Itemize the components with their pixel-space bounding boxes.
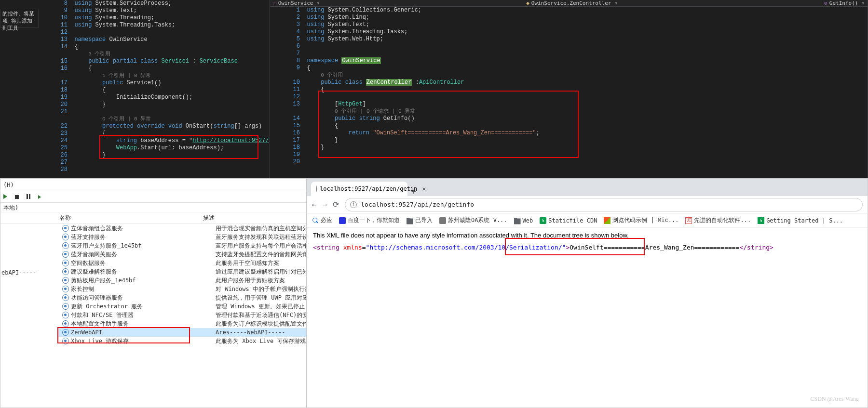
reload-icon[interactable]: ⟳: [333, 200, 339, 209]
gear-icon: [62, 320, 69, 327]
bookmark-label: 已导入: [415, 216, 433, 224]
service-name: 更新 Orchestrator 服务: [71, 303, 216, 311]
service-name: 立体音频组合器服务: [71, 224, 216, 233]
pause-icon[interactable]: [27, 194, 33, 200]
bookmark-label: 先进的自动化软件...: [694, 216, 751, 224]
left-code-editor[interactable]: 的控件。将某项 将其添加到工具 8 using System.ServicePr…: [0, 0, 270, 178]
service-desc: 此服务为 Xbox Live 可保存游戏同步保存数: [216, 337, 306, 345]
table-row[interactable]: 付款和 NFC/SE 管理器 管理付款和基于近场通信(NFC)的安全元件: [58, 311, 306, 319]
address-bar[interactable]: i localhost:9527/api/zen/getinfo: [345, 198, 863, 211]
favicon-icon: [316, 185, 317, 192]
table-row[interactable]: 蓝牙音频网关服务 支持蓝牙免提配置文件的音频网关角色的服: [58, 250, 306, 259]
service-desc: 蓝牙服务支持发现和关联远程蓝牙设备。停: [216, 233, 306, 241]
tooltip-fragment: 的控件。将某项 将其添加到工具: [0, 9, 39, 28]
info-icon[interactable]: i: [350, 201, 357, 208]
service-name: 蓝牙音频网关服务: [71, 250, 216, 259]
folder-icon: [514, 218, 521, 224]
bookmark-item[interactable]: Web: [514, 217, 533, 224]
services-location: 本地): [0, 203, 306, 212]
crumb-method[interactable]: ⊙ GetInfo(): [821, 0, 868, 6]
table-row[interactable]: 建议疑难解答服务 通过应用建议疑难解答启用针对已知问题的: [58, 267, 306, 276]
service-desc: 蓝牙用户服务支持与每个用户会话相关的蓝: [216, 242, 306, 250]
s-icon: S: [758, 217, 764, 224]
side-fragment: ebAPI-----: [1, 269, 36, 276]
crumb-class[interactable]: ◆ OwinService.ZenController: [523, 0, 621, 6]
link-icon: [439, 217, 446, 224]
bookmark-label: 百度一下，你就知道: [348, 216, 400, 224]
gear-icon: [62, 312, 69, 318]
table-row[interactable]: 家长控制 对 Windows 中的子帐户强制执行家长控制: [58, 285, 306, 293]
close-icon[interactable]: ×: [422, 185, 426, 193]
service-name: 空间数据服务: [71, 259, 216, 267]
service-desc: 用于混合现实音频仿真的主机空间分析。: [216, 224, 306, 233]
table-row[interactable]: 更新 Orchestrator 服务 管理 Windows 更新。如果已停止，你…: [58, 302, 306, 311]
gear-icon: [62, 286, 69, 292]
static-icon: S: [540, 217, 546, 224]
tab-title: localhost:9527/api/zen/getin: [320, 185, 417, 192]
table-row[interactable]: 立体音频组合器服务 用于混合现实音频仿真的主机空间分析。: [58, 224, 306, 233]
col-name[interactable]: 名称: [58, 214, 203, 222]
crumb-project[interactable]: ⬚ OwinService: [270, 0, 323, 6]
browser-window[interactable]: localhost:9527/api/zen/getin × + ← → ⟳ i…: [307, 178, 868, 408]
bookmark-item[interactable]: 已导入: [407, 216, 433, 224]
watermark: CSDN @Ares-Wang: [811, 395, 859, 403]
bookmark-item[interactable]: SStaticfile CDN: [540, 217, 597, 224]
folder-icon: [407, 218, 413, 224]
service-name: 付款和 NFC/SE 管理器: [71, 311, 216, 319]
service-name: 家长控制: [71, 285, 216, 293]
browser-nav-row[interactable]: ← → ⟳ i localhost:9527/api/zen/getinfo: [307, 196, 868, 213]
play-icon[interactable]: [3, 194, 10, 200]
bookmark-label: 苏州诚隆OA系统 V...: [448, 216, 507, 224]
service-desc: 通过应用建议疑难解答启用针对已知问题的: [216, 268, 306, 276]
services-panel[interactable]: (H) 本地) 名称 描述 ebAPI----- 立体音频组合器服务 用于混合现…: [0, 178, 307, 408]
ms-icon: [604, 217, 610, 224]
url-text: localhost:9527/api/zen/getinfo: [361, 201, 474, 208]
services-menu-bar[interactable]: (H): [0, 179, 306, 191]
stop-icon[interactable]: [15, 194, 22, 200]
service-desc: Ares-----WebAPI-----: [216, 329, 306, 336]
bookmark-item[interactable]: 苏州诚隆OA系统 V...: [439, 216, 507, 224]
browser-tabstrip[interactable]: localhost:9527/api/zen/getin × +: [307, 179, 868, 196]
ui-icon: UI: [685, 217, 692, 224]
bookmark-item[interactable]: SGetting Started | S...: [758, 217, 843, 224]
table-row[interactable]: 蓝牙支持服务 蓝牙服务支持发现和关联远程蓝牙设备。停: [58, 233, 306, 241]
service-name: 剪贴板用户服务_1e45bf: [71, 276, 216, 285]
search-icon: [312, 217, 319, 224]
new-tab-button[interactable]: +: [411, 187, 416, 196]
service-desc: 管理 Windows 更新。如果已停止，你的设: [216, 303, 306, 311]
bookmark-label: Getting Started | S...: [766, 217, 843, 224]
service-desc: 提供设施，用于管理 UWP 应用对应用功能: [216, 294, 306, 302]
gear-icon: [62, 294, 69, 301]
editor-breadcrumb[interactable]: ⬚ OwinService ◆ OwinService.ZenControlle…: [270, 0, 868, 7]
back-icon[interactable]: ←: [312, 200, 317, 209]
right-code-editor[interactable]: ⬚ OwinService ◆ OwinService.ZenControlle…: [270, 0, 868, 178]
col-desc[interactable]: 描述: [203, 214, 306, 222]
bookmark-item[interactable]: 必应: [312, 216, 332, 224]
highlight-box-xml: [505, 238, 645, 255]
services-table-header[interactable]: 名称 描述: [0, 212, 306, 224]
service-desc: 管理付款和基于近场通信(NFC)的安全元件: [216, 311, 306, 319]
service-desc: 支持蓝牙免提配置文件的音频网关角色的服: [216, 250, 306, 259]
table-row[interactable]: 空间数据服务 此服务用于空间感知方案: [58, 259, 306, 267]
bookmark-item[interactable]: 浏览代码示例 | Mic...: [604, 216, 678, 224]
table-row[interactable]: 蓝牙用户支持服务_1e45bf 蓝牙用户服务支持与每个用户会话相关的蓝: [58, 241, 306, 250]
service-name: 蓝牙用户支持服务_1e45bf: [71, 242, 216, 250]
table-row[interactable]: 功能访问管理器服务 提供设施，用于管理 UWP 应用对应用功能: [58, 293, 306, 302]
services-toolbar[interactable]: [0, 191, 306, 203]
service-desc: 此服务为订户标识模块提供配置文件管理: [216, 320, 306, 328]
bookmark-label: Web: [523, 217, 533, 224]
forward-icon[interactable]: →: [323, 200, 327, 209]
bookmark-item[interactable]: UI先进的自动化软件...: [685, 216, 751, 224]
service-name: 建议疑难解答服务: [71, 268, 216, 276]
bookmark-item[interactable]: 百度一下，你就知道: [339, 216, 400, 224]
browser-tab[interactable]: localhost:9527/api/zen/getin ×: [311, 182, 407, 196]
gear-icon: [62, 303, 69, 310]
table-row[interactable]: 剪贴板用户服务_1e45bf 此用户服务用于剪贴板方案: [58, 276, 306, 285]
bookmarks-bar[interactable]: 必应百度一下，你就知道已导入苏州诚隆OA系统 V...WebSStaticfil…: [307, 213, 868, 228]
gear-icon: [62, 242, 69, 249]
menu-help[interactable]: (H): [3, 182, 14, 188]
gear-icon: [62, 225, 69, 232]
forward-icon[interactable]: [38, 194, 45, 200]
baidu-icon: [339, 217, 346, 224]
service-desc: 此服务用于空间感知方案: [216, 259, 306, 267]
